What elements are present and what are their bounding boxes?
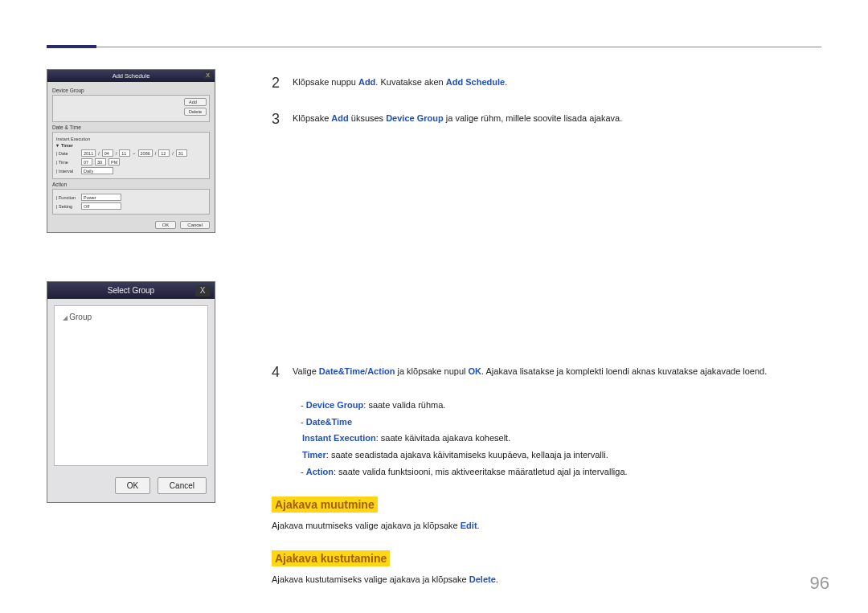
instant-execution-label: Instant Execution	[56, 137, 90, 141]
ok-button[interactable]: OK	[155, 221, 177, 229]
dialog-title: Select Group X	[47, 282, 215, 299]
function-select[interactable]: Power	[81, 194, 121, 201]
dialog-title: Add Schedule X	[47, 70, 215, 82]
date-month2-field[interactable]: 12	[158, 149, 170, 157]
cancel-button[interactable]: Cancel	[180, 221, 210, 229]
step-number: 3	[272, 108, 283, 130]
action-label: Action	[52, 182, 210, 187]
setting-label: | Setting	[56, 204, 79, 209]
device-group-label: Device Group	[52, 88, 210, 93]
step-3: 3 Klõpsake Add üksuses Device Group ja v…	[272, 108, 821, 130]
section-heading: Ajakava kustutamine	[272, 550, 390, 566]
setting-select[interactable]: Off	[81, 202, 121, 210]
date-day1-field[interactable]: 11	[119, 149, 130, 157]
group-tree-item[interactable]: Group	[63, 313, 199, 321]
time-ampm-field[interactable]: PM	[108, 158, 120, 166]
delete-button[interactable]: Delete	[184, 108, 207, 116]
ok-button[interactable]: OK	[115, 477, 150, 494]
cancel-button[interactable]: Cancel	[158, 477, 207, 494]
device-group-box: Add Delete	[52, 95, 210, 122]
select-group-dialog: Select Group X Group OK Cancel	[47, 281, 215, 503]
close-icon[interactable]: X	[195, 285, 210, 296]
timer-label: Timer	[61, 143, 73, 148]
step-4: 4 Valige Date&Time/Action ja klõpsake nu…	[272, 362, 821, 383]
step-2: 2 Klõpsake nuppu Add. Kuvatakse aken Add…	[272, 72, 821, 94]
interval-label: | Interval	[56, 169, 79, 174]
section-edit-schedule: Ajakava muutmine Ajakava muutmiseks vali…	[272, 497, 821, 533]
step-number: 2	[272, 72, 283, 94]
add-schedule-dialog: Add Schedule X Device Group Add Delete D…	[47, 69, 215, 233]
step-number: 4	[272, 362, 283, 383]
date-year2-field[interactable]: 2086	[138, 149, 153, 157]
dialog-title-text: Select Group	[108, 286, 154, 295]
date-time-label: Date & Time	[52, 125, 210, 130]
interval-select[interactable]: Daily	[81, 167, 113, 174]
date-day2-field[interactable]: 31	[176, 149, 187, 157]
time-min-field[interactable]: 30	[95, 158, 106, 166]
step-4-sublist: Device Group: saate valida rühma. Date&T…	[293, 398, 821, 479]
date-year1-field[interactable]: 2011	[81, 149, 96, 157]
section-delete-schedule: Ajakava kustutamine Ajakava kustutamisek…	[272, 550, 821, 586]
section-heading: Ajakava muutmine	[272, 497, 378, 513]
add-button[interactable]: Add	[184, 98, 207, 106]
time-hour-field[interactable]: 07	[81, 158, 92, 166]
page-number: 96	[810, 573, 829, 594]
function-label: | Function	[56, 195, 79, 200]
time-label: | Time	[56, 160, 79, 165]
date-month1-field[interactable]: 04	[102, 149, 113, 157]
dialog-title-text: Add Schedule	[113, 72, 150, 80]
close-icon[interactable]: X	[203, 72, 212, 79]
date-label: | Date	[56, 151, 79, 156]
